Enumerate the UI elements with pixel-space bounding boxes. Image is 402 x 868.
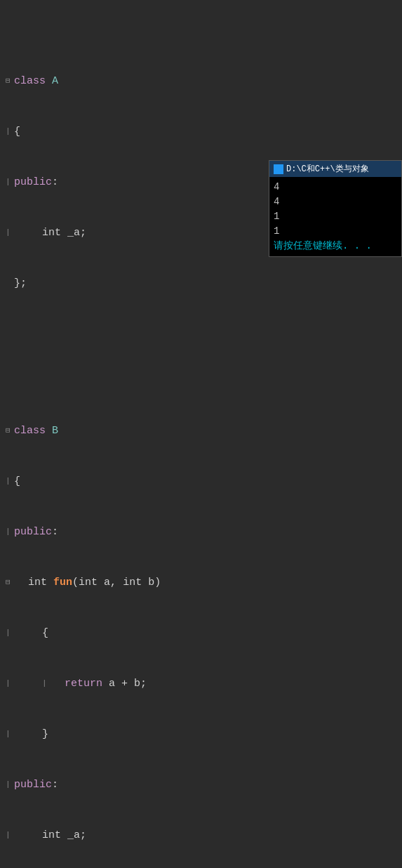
- console-window: D:\C和C++\类与对象 4 4 1 1 请按任意键继续. . .: [269, 160, 402, 257]
- line-class-b-method: ⊟ int fun(int a, int b): [0, 574, 402, 591]
- line-class-b-header: ⊟ class B: [0, 423, 402, 440]
- fold-marker-a[interactable]: ⊟: [6, 75, 13, 88]
- console-title: D:\C和C++\类与对象: [286, 163, 369, 175]
- line-class-a-close: };: [0, 275, 402, 292]
- console-output-line-2: 4: [274, 195, 397, 209]
- spacer-1: [0, 343, 402, 355]
- line-class-b-public1: | public:: [0, 524, 402, 541]
- fold-marker-b[interactable]: ⊟: [6, 425, 13, 438]
- console-titlebar: D:\C和C++\类与对象: [269, 161, 401, 177]
- line-class-b-member: | int _a;: [0, 827, 402, 844]
- line-class-b-method-close: | }: [0, 726, 402, 743]
- console-output-line-1: 4: [274, 180, 397, 195]
- console-output-line-3: 1: [274, 209, 397, 224]
- line-class-b-public2: | public:: [0, 777, 402, 794]
- code-editor: ⊟ class A | { | public: | int _a; }; ⊟ c…: [0, 0, 402, 868]
- line-class-b-method-open: | {: [0, 625, 402, 642]
- fold-brace-a: |: [6, 126, 13, 138]
- console-prompt: 请按任意键继续. . .: [274, 239, 397, 254]
- line-class-a-header: ⊟ class A: [0, 73, 402, 90]
- line-class-b-open: | {: [0, 473, 402, 490]
- line-class-a-open: | {: [0, 124, 402, 140]
- console-output-line-4: 1: [274, 224, 397, 239]
- console-icon: [274, 164, 283, 174]
- line-class-b-return: | | return a + b;: [0, 676, 402, 692]
- fold-marker-b-fun[interactable]: ⊟: [6, 577, 13, 589]
- console-body: 4 4 1 1 请按任意键继续. . .: [269, 177, 401, 256]
